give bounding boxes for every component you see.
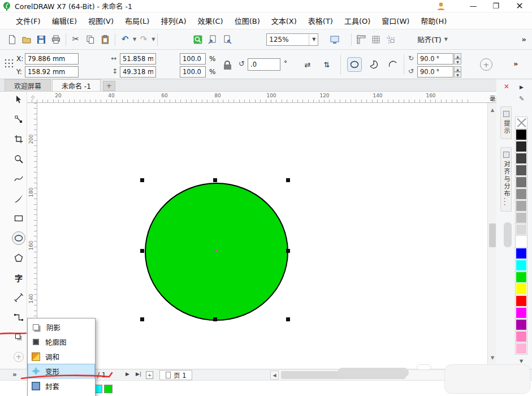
scale-horizontal-input[interactable]	[180, 53, 206, 64]
palette-swatch[interactable]	[516, 212, 527, 223]
text-tool[interactable]: 字	[12, 271, 25, 285]
palette-swatch[interactable]	[516, 343, 527, 354]
docker-scroll-thumb[interactable]	[504, 222, 512, 247]
pie-mode-button[interactable]	[366, 57, 381, 72]
menu-item-bitmaps[interactable]: 位图(B)	[229, 12, 266, 29]
next-page-icon[interactable]: ▶	[126, 371, 129, 377]
ruler-origin-icon[interactable]: ⊹	[31, 94, 35, 100]
palette-swatch[interactable]	[516, 129, 527, 140]
palette-swatch[interactable]	[516, 260, 527, 271]
scroll-down-icon[interactable]: ▼	[488, 353, 497, 362]
scroll-up-icon[interactable]: ▲	[488, 105, 497, 114]
tab-welcome-screen[interactable]: 欢迎屏幕	[5, 79, 51, 91]
toolbar-overflow-chevron[interactable]: »	[522, 35, 526, 44]
pick-tool[interactable]	[12, 93, 25, 106]
selection-handle-top-center[interactable]	[213, 178, 217, 182]
zoom-tool[interactable]	[12, 152, 25, 166]
save-icon[interactable]	[34, 32, 49, 47]
menu-item-view[interactable]: 视图(V)	[83, 12, 119, 29]
menu-item-table[interactable]: 表格(T)	[302, 12, 339, 29]
horizontal-ruler[interactable]: ⊹ 20 40 60 80 100 120 140 160 毫米	[27, 92, 506, 103]
flyout-item-distort[interactable]: 变形	[28, 364, 95, 378]
crop-tool[interactable]	[12, 132, 25, 146]
new-document-tab-button[interactable]: +	[103, 81, 115, 91]
palette-swatch[interactable]	[516, 153, 527, 164]
account-icon[interactable]	[436, 1, 446, 11]
spinner-down-icon[interactable]: ▼	[454, 59, 461, 64]
rectangle-tool[interactable]	[12, 212, 25, 225]
menu-item-edit[interactable]: 编辑(E)	[46, 12, 83, 29]
artistic-media-tool[interactable]	[12, 192, 25, 205]
object-height-input[interactable]	[120, 66, 156, 78]
x-position-input[interactable]	[25, 53, 79, 64]
menu-item-arrange[interactable]: 排列(A)	[155, 12, 192, 29]
palette-swatch[interactable]	[516, 272, 527, 283]
docker-tab-hints[interactable]: 提示	[500, 106, 512, 139]
propbar-overflow-chevron[interactable]: »	[513, 59, 518, 68]
polygon-tool[interactable]	[12, 251, 25, 265]
connector-tool[interactable]	[12, 311, 25, 324]
selection-handle-bottom-center[interactable]	[213, 317, 217, 321]
guidelines-icon[interactable]	[383, 32, 398, 47]
drop-shadow-tool[interactable]	[12, 330, 25, 344]
open-folder-icon[interactable]	[19, 32, 34, 47]
minimize-button[interactable]: —	[462, 0, 485, 12]
palette-swatch[interactable]	[516, 188, 527, 200]
menu-item-text[interactable]: 文本(X)	[266, 12, 302, 29]
new-document-icon[interactable]	[5, 32, 19, 47]
spinner-down-icon[interactable]: ▼	[454, 72, 461, 78]
undo-icon[interactable]: ↶	[118, 32, 132, 47]
last-page-icon[interactable]: ▶|	[136, 371, 141, 377]
show-grid-icon[interactable]	[369, 32, 383, 47]
flyout-item-clipped[interactable]	[28, 393, 95, 396]
selection-handle-top-left[interactable]	[140, 178, 144, 182]
show-rulers-icon[interactable]	[354, 32, 369, 47]
palette-swatch[interactable]	[516, 248, 527, 259]
tab-untitled-document[interactable]: 未命名 -1	[52, 79, 101, 91]
docker-tab-align-distribute[interactable]: 对齐与分布...	[500, 147, 512, 212]
copy-icon[interactable]	[83, 32, 98, 47]
vertical-scrollbar-thumb[interactable]	[489, 223, 496, 247]
menu-item-window[interactable]: 窗口(W)	[376, 12, 415, 29]
mirror-horizontal-icon[interactable]: ⇄	[302, 59, 313, 70]
palette-swatch[interactable]	[516, 141, 527, 152]
spinner-up-icon[interactable]: ▲	[454, 66, 461, 72]
search-content-icon[interactable]	[191, 32, 205, 47]
palette-scroll-down-icon[interactable]: ▼	[516, 357, 527, 365]
docker-expand-icon[interactable]: ▶	[520, 84, 524, 90]
menu-item-tools[interactable]: 工具(O)	[339, 12, 376, 29]
ellipse-tool[interactable]	[12, 231, 25, 245]
flyout-item-envelope[interactable]: 封套	[28, 378, 95, 393]
palette-swatch[interactable]	[516, 236, 527, 247]
palette-swatch[interactable]	[516, 224, 527, 235]
fullscreen-preview-icon[interactable]	[327, 32, 342, 47]
arc-start-angle-input[interactable]: 90.0 °	[417, 53, 453, 64]
cut-icon[interactable]: ✂	[68, 32, 83, 47]
palette-swatch[interactable]	[516, 177, 527, 188]
drawing-canvas[interactable]: ✕	[37, 103, 487, 369]
arc-start-angle-spinner[interactable]: ▲▼	[454, 53, 461, 64]
palette-swatch[interactable]	[516, 307, 527, 318]
palette-no-color-swatch[interactable]	[516, 117, 527, 128]
docker-close-icon[interactable]: ✕	[504, 83, 509, 91]
paste-icon[interactable]	[98, 32, 113, 47]
selection-handle-top-right[interactable]	[286, 178, 290, 182]
rotation-angle-input[interactable]	[248, 58, 280, 71]
menu-item-effects[interactable]: 效果(C)	[192, 12, 228, 29]
import-icon[interactable]	[205, 32, 220, 47]
add-page-icon[interactable]: +	[146, 371, 153, 379]
palette-swatch[interactable]	[516, 165, 527, 176]
palette-swatch[interactable]	[516, 295, 527, 307]
drawing-scale-icon[interactable]: ✎	[519, 95, 524, 102]
zoom-level-select[interactable]: 125% ▼	[266, 33, 318, 46]
arc-end-angle-input[interactable]: 90.0 °	[417, 66, 453, 78]
lock-ratio-button[interactable]	[221, 56, 233, 74]
y-position-input[interactable]	[25, 66, 79, 78]
selection-handle-bottom-left[interactable]	[140, 317, 144, 321]
flyout-item-contour[interactable]: 轮廓图	[28, 334, 95, 349]
maximize-button[interactable]: ❐	[485, 0, 507, 12]
object-position-grid-icon[interactable]	[4, 58, 14, 68]
redo-icon[interactable]: ↷	[136, 32, 151, 47]
ellipse-mode-button[interactable]	[347, 57, 362, 72]
vertical-scrollbar[interactable]: ▲ ▼	[487, 103, 496, 369]
